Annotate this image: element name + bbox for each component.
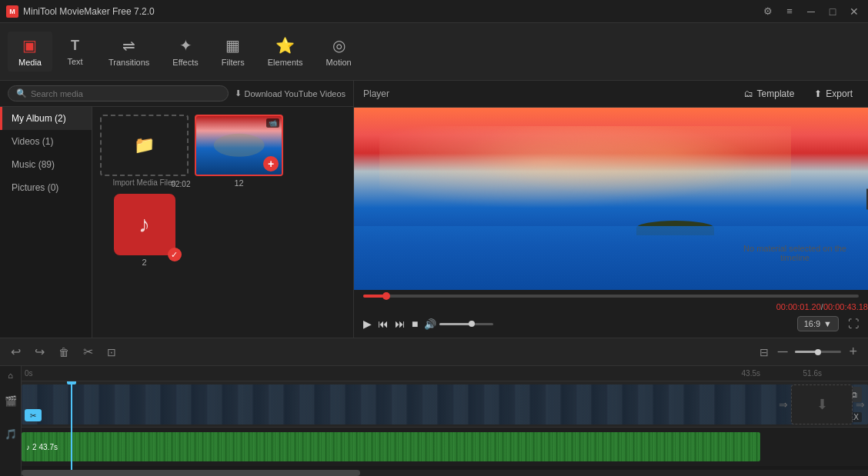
sidebar-item-music[interactable]: Music (89) xyxy=(0,153,92,176)
settings-icon[interactable]: ⚙ xyxy=(760,5,776,18)
player-actions: 🗂 Template ⬆ Export xyxy=(738,85,859,102)
timeline-tools-left: ↩ ↪ 🗑 ✂ ⊡ xyxy=(9,343,118,361)
zoom-in-button[interactable]: + xyxy=(847,342,859,361)
audio-track-icon: 🎵 xyxy=(3,427,18,441)
timeline-home-icon[interactable]: ⌂ xyxy=(8,369,13,380)
toolbar-item-effects[interactable]: ✦ Effects xyxy=(162,32,209,72)
maximize-button[interactable]: □ xyxy=(825,5,840,18)
clip-far-right-arrow[interactable]: ⇒ xyxy=(853,384,868,424)
minimize-button[interactable]: ─ xyxy=(803,5,819,18)
video-track: ⧉ 0.1X ✂ ⇒ ⬇ ⇒ xyxy=(22,381,868,428)
play-button[interactable]: ▶ xyxy=(363,318,372,330)
audio-clip-label: ♪ 2 43.7s xyxy=(26,443,58,451)
clip-scissors-badge[interactable]: ✂ xyxy=(25,409,42,421)
zoom-out-button[interactable]: ─ xyxy=(776,342,790,361)
delete-button[interactable]: 🗑 xyxy=(57,345,71,360)
motion-icon: ◎ xyxy=(332,36,346,55)
clip-right-arrow[interactable]: ⇒ xyxy=(776,384,791,424)
player-video: ▶ xyxy=(354,108,868,290)
export-button[interactable]: ⬆ Export xyxy=(808,85,859,102)
zoom-thumb[interactable] xyxy=(815,349,821,355)
download-label: Download YouTube Videos xyxy=(245,89,346,98)
template-button[interactable]: 🗂 Template xyxy=(738,85,801,102)
transitions-label: Transitions xyxy=(108,58,149,67)
aspect-ratio-select[interactable]: 16:9 ▼ xyxy=(797,316,839,331)
toolbar: ▣ Media T Text ⇌ Transitions ✦ Effects ▦… xyxy=(0,23,868,81)
add-to-timeline-button[interactable]: + xyxy=(263,156,279,171)
toolbar-item-text[interactable]: T Text xyxy=(54,33,96,71)
total-time: 00:00:43.18 xyxy=(823,302,868,311)
audio-duration: 02:02 xyxy=(171,180,190,188)
text-label: Text xyxy=(67,57,82,66)
progress-bar[interactable] xyxy=(363,295,859,298)
sidebar-item-pictures[interactable]: Pictures (0) xyxy=(0,176,92,199)
menu-icon[interactable]: ≡ xyxy=(782,5,797,18)
search-input[interactable] xyxy=(31,89,220,98)
effects-label: Effects xyxy=(172,58,198,67)
toolbar-item-filters[interactable]: ▦ Filters xyxy=(211,32,255,72)
toolbar-item-media[interactable]: ▣ Media xyxy=(8,32,52,72)
media-label: Media xyxy=(18,58,42,67)
timeline-scrollbar[interactable] xyxy=(22,470,868,476)
timeline-ruler: 0s 43.5s 51.6s xyxy=(22,366,868,381)
download-youtube-button[interactable]: ⬇ Download YouTube Videos xyxy=(235,88,346,98)
prev-frame-button[interactable]: ⏮ xyxy=(378,318,389,330)
volume-icon[interactable]: 🔊 xyxy=(424,318,436,330)
aspect-ratio-chevron: ▼ xyxy=(823,319,832,328)
audio-thumbnail[interactable]: ♪ ✓ xyxy=(114,194,175,255)
undo-button[interactable]: ↩ xyxy=(9,343,22,361)
media-icon: ▣ xyxy=(22,36,37,55)
sidebar-item-my-album[interactable]: My Album (2) xyxy=(0,107,92,130)
player-progress xyxy=(354,290,868,301)
player-panel: Player 🗂 Template ⬆ Export xyxy=(354,81,868,338)
video-clip[interactable]: ⧉ 0.1X ✂ xyxy=(22,384,868,424)
volume-track[interactable] xyxy=(439,323,493,325)
sidebar-music-label: Music (89) xyxy=(12,159,55,170)
playhead[interactable] xyxy=(71,381,72,470)
close-button[interactable]: ✕ xyxy=(846,5,862,18)
sidebar: My Album (2) Videos (1) Music (89) Pictu… xyxy=(0,107,92,338)
audio-check-icon: ✓ xyxy=(168,248,182,261)
audio-clip-duration: 43.7s xyxy=(39,443,58,451)
player-controls: ▶ ⏮ ⏭ ■ 🔊 16:9 ▼ ⛶ xyxy=(354,313,868,338)
redo-button[interactable]: ↪ xyxy=(33,343,46,361)
progress-thumb[interactable] xyxy=(382,292,390,300)
app-logo: M xyxy=(6,5,18,18)
elements-icon: ⭐ xyxy=(275,36,295,55)
elements-label: Elements xyxy=(268,58,303,67)
fullscreen-button[interactable]: ⛶ xyxy=(848,318,859,330)
right-clips: ⇒ ⬇ ⇒ xyxy=(776,384,868,424)
empty-clip-slot[interactable]: ⬇ xyxy=(791,384,853,424)
cut-button[interactable]: ✂ xyxy=(82,343,95,361)
motion-label: Motion xyxy=(326,58,352,67)
download-icon: ⬇ xyxy=(235,88,242,98)
crop-button[interactable]: ⊡ xyxy=(105,345,118,360)
player-title: Player xyxy=(363,88,389,99)
audio-clip[interactable]: ♪ 2 43.7s xyxy=(22,432,760,461)
stop-button[interactable]: ■ xyxy=(412,318,418,330)
text-icon: T xyxy=(71,38,79,54)
zoom-track[interactable] xyxy=(795,351,841,353)
main-area: 🔍 ⬇ Download YouTube Videos My Album (2)… xyxy=(0,81,868,338)
audio-waveform xyxy=(22,432,760,461)
time-display: 00:00:01.20 / 00:00:43.18 xyxy=(354,301,868,313)
left-panel: 🔍 ⬇ Download YouTube Videos My Album (2)… xyxy=(0,81,354,338)
toolbar-item-transitions[interactable]: ⇌ Transitions xyxy=(98,32,160,72)
titlebar-left: M MiniTool MovieMaker Free 7.2.0 xyxy=(6,5,155,18)
aspect-ratio-label: 16:9 xyxy=(804,319,820,328)
audio-clip-number: 2 xyxy=(32,443,37,451)
volume-thumb[interactable] xyxy=(469,321,475,327)
next-frame-button[interactable]: ⏭ xyxy=(395,318,406,330)
audio-thumb-label: 2 xyxy=(142,258,146,267)
audio-clip-icon: ♪ xyxy=(26,443,30,451)
sidebar-pictures-label: Pictures (0) xyxy=(12,182,58,193)
video-thumbnail[interactable]: 📹 + xyxy=(195,115,283,176)
scrollbar-thumb[interactable] xyxy=(22,470,360,476)
search-box[interactable]: 🔍 xyxy=(8,85,229,102)
timeline-left-panel: ⌂ 🎬 🎵 xyxy=(0,366,22,476)
toolbar-item-elements[interactable]: ⭐ Elements xyxy=(257,32,314,72)
sidebar-my-album-label: My Album (2) xyxy=(12,113,66,124)
toolbar-item-motion[interactable]: ◎ Motion xyxy=(315,32,362,72)
import-media-box[interactable]: 📁 xyxy=(100,115,189,176)
sidebar-item-videos[interactable]: Videos (1) xyxy=(0,130,92,153)
